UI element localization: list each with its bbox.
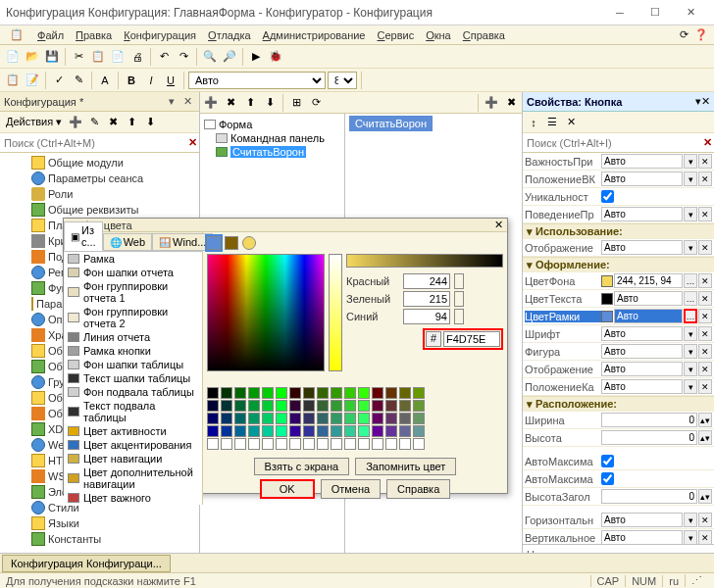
form-tree-root[interactable]: Форма — [204, 118, 340, 131]
swatch-grid[interactable] — [207, 387, 503, 450]
color-list-item[interactable]: Цвет навигации — [64, 452, 202, 466]
custom-swatch[interactable] — [385, 438, 397, 450]
palette-swatch[interactable] — [303, 413, 315, 424]
tree-item[interactable]: Параметры сеанса — [0, 171, 199, 186]
palette-swatch[interactable] — [413, 400, 425, 412]
palette-swatch[interactable] — [317, 400, 329, 412]
maximize-button[interactable]: ☐ — [638, 2, 673, 24]
menu-конфигурация[interactable]: Конфигурация — [118, 27, 202, 43]
menu-администрирование[interactable]: Администрирование — [257, 27, 372, 43]
actions-dropdown[interactable]: Действия ▾ — [2, 116, 66, 128]
color-list-item[interactable]: Рамка — [64, 252, 202, 266]
palette-swatch[interactable] — [372, 425, 383, 437]
color-list-item[interactable]: Фон шапки таблицы — [64, 358, 202, 371]
palette-swatch[interactable] — [372, 387, 383, 399]
screen-pick-button[interactable]: Взять с экрана — [254, 458, 350, 475]
prop-row[interactable]: ЦветФона244, 215, 94…✕ — [523, 272, 714, 290]
palette-swatch[interactable] — [207, 387, 219, 399]
palette-swatch[interactable] — [248, 400, 260, 412]
custom-swatch[interactable] — [207, 438, 219, 450]
palette-swatch[interactable] — [413, 413, 425, 424]
custom-swatch[interactable] — [248, 438, 260, 450]
pencil-icon[interactable]: ✎ — [70, 72, 87, 89]
palette-swatch[interactable] — [303, 400, 315, 412]
color-list-item[interactable]: Рамка кнопки — [64, 344, 202, 358]
bold-icon[interactable]: B — [123, 72, 140, 89]
custom-swatch[interactable] — [358, 438, 370, 450]
save-icon[interactable]: 💾 — [43, 48, 61, 66]
palette-swatch[interactable] — [358, 387, 370, 399]
palette-swatch[interactable] — [262, 413, 274, 424]
palette-swatch[interactable] — [262, 387, 274, 399]
menu-правка[interactable]: Правка — [70, 27, 118, 43]
italic-icon[interactable]: I — [142, 72, 160, 89]
palette-swatch[interactable] — [413, 387, 425, 399]
search-clear-icon[interactable]: ✕ — [700, 136, 714, 149]
custom-swatch[interactable] — [317, 438, 329, 450]
delete-icon[interactable]: ✖ — [502, 94, 520, 112]
palette-swatch[interactable] — [303, 425, 315, 437]
edit-icon[interactable]: ✎ — [85, 114, 103, 131]
palette-swatch[interactable] — [358, 413, 370, 424]
palette-swatch[interactable] — [289, 400, 301, 412]
undo-icon[interactable]: ↶ — [155, 48, 173, 66]
custom-swatch[interactable] — [413, 438, 425, 450]
palette-swatch[interactable] — [317, 425, 329, 437]
size-select[interactable]: 8 — [328, 72, 357, 89]
palette-swatch[interactable] — [344, 413, 356, 424]
color-list-item[interactable]: Линия отчета — [64, 330, 202, 344]
palette-swatch[interactable] — [385, 387, 397, 399]
palette-swatch[interactable] — [289, 387, 301, 399]
tree-item[interactable]: Языки — [0, 515, 199, 531]
prop-row[interactable]: Уникальност — [523, 188, 714, 206]
prop-row[interactable]: ЦветТекстаАвто…✕ — [523, 290, 714, 308]
prop-row[interactable]: Высота0▴▾ — [523, 429, 714, 447]
prop-row[interactable]: ПоложениеВКАвто▾✕ — [523, 171, 714, 188]
copy-icon[interactable]: 📋 — [89, 48, 107, 66]
font-icon[interactable]: A — [96, 72, 114, 89]
menu-справка[interactable]: Справка — [457, 27, 511, 43]
color-gradient[interactable] — [207, 254, 325, 371]
paste-icon[interactable]: 📄 — [109, 48, 127, 66]
redo-icon[interactable]: ↷ — [175, 48, 192, 66]
custom-swatch[interactable] — [303, 438, 315, 450]
menu-окна[interactable]: Окна — [420, 27, 457, 43]
palette-swatch[interactable] — [413, 425, 425, 437]
color-list-item[interactable]: Фон шапки отчета — [64, 266, 202, 279]
palette-swatch[interactable] — [276, 387, 287, 399]
palette-swatch[interactable] — [276, 400, 287, 412]
prop-row[interactable]: ПоведениеПрАвто▾✕ — [523, 206, 714, 223]
run-icon[interactable]: ▶ — [247, 48, 265, 66]
dialog-close-icon[interactable]: ✕ — [494, 219, 503, 231]
open-icon[interactable]: 📂 — [24, 48, 41, 66]
prop-row[interactable]: ГоризонтальнАвто▾✕ — [523, 512, 714, 529]
panel-close-icon[interactable]: ✕ — [701, 95, 710, 108]
up-icon[interactable]: ⬆ — [241, 94, 259, 112]
debug-icon[interactable]: 🐞 — [267, 48, 284, 66]
close-icon[interactable]: ✕ — [562, 114, 580, 131]
custom-swatch[interactable] — [331, 438, 342, 450]
panel-menu-icon[interactable]: ▾ — [164, 94, 179, 110]
blue-input[interactable] — [403, 309, 450, 324]
palette-swatch[interactable] — [385, 413, 397, 424]
palette-swatch[interactable] — [399, 413, 411, 424]
spin-icon[interactable] — [454, 273, 464, 289]
new-icon[interactable]: 📄 — [4, 48, 22, 66]
palette-swatch[interactable] — [248, 413, 260, 424]
palette-swatch[interactable] — [317, 387, 329, 399]
custom-swatch[interactable] — [262, 438, 274, 450]
spin-icon[interactable] — [454, 309, 464, 324]
palette-swatch[interactable] — [262, 425, 274, 437]
palette-swatch[interactable] — [234, 413, 246, 424]
delete-icon[interactable]: ✖ — [222, 94, 239, 112]
color-list-item[interactable]: Текст шапки таблицы — [64, 371, 202, 385]
palette-swatch[interactable] — [221, 400, 232, 412]
sort-icon[interactable]: ↕ — [525, 114, 542, 131]
add-icon[interactable]: ➕ — [202, 94, 220, 112]
prop-row[interactable]: АвтоМаксима — [523, 453, 714, 470]
down-icon[interactable]: ⬇ — [261, 94, 279, 112]
palette-swatch[interactable] — [399, 400, 411, 412]
palette-swatch[interactable] — [385, 400, 397, 412]
help-icon[interactable]: ❓ — [692, 26, 710, 44]
palette-swatch[interactable] — [289, 425, 301, 437]
